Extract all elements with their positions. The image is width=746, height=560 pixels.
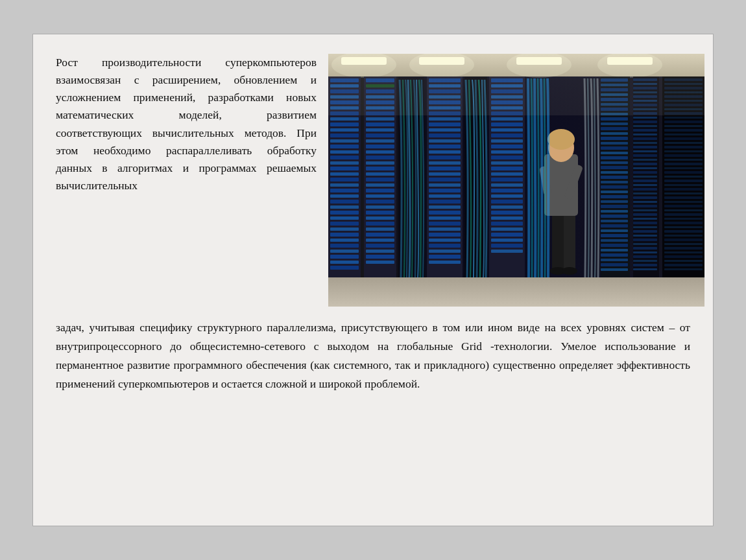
svg-rect-285: [664, 226, 703, 228]
svg-rect-172: [601, 127, 628, 130]
svg-rect-293: [664, 260, 703, 262]
svg-rect-294: [664, 264, 703, 266]
svg-rect-290: [664, 247, 703, 250]
svg-rect-44: [330, 261, 359, 264]
svg-rect-98: [429, 161, 461, 165]
svg-rect-278: [664, 196, 703, 199]
svg-rect-236: [633, 218, 657, 220]
svg-rect-235: [633, 213, 657, 216]
svg-rect-23: [330, 145, 359, 148]
svg-rect-276: [664, 188, 703, 191]
svg-rect-184: [601, 185, 628, 189]
svg-rect-181: [601, 171, 628, 174]
svg-rect-109: [429, 222, 461, 226]
svg-rect-104: [429, 194, 461, 198]
svg-rect-216: [633, 134, 657, 135]
svg-rect-74: [366, 228, 394, 231]
svg-rect-115: [429, 255, 461, 259]
svg-rect-241: [633, 239, 657, 241]
svg-rect-111: [429, 233, 461, 237]
svg-rect-91: [429, 122, 461, 126]
svg-rect-284: [664, 222, 703, 224]
svg-rect-175: [601, 142, 628, 145]
svg-rect-94: [429, 139, 461, 143]
svg-rect-174: [601, 137, 628, 140]
svg-rect-177: [601, 152, 628, 154]
svg-rect-68: [366, 194, 394, 198]
svg-rect-18: [330, 117, 359, 121]
svg-rect-76: [366, 239, 394, 242]
svg-rect-191: [601, 220, 628, 222]
svg-rect-61: [366, 156, 394, 159]
svg-rect-183: [601, 181, 628, 183]
svg-rect-279: [664, 201, 703, 203]
svg-rect-160: [328, 277, 704, 307]
svg-rect-244: [633, 251, 657, 253]
svg-rect-280: [664, 205, 703, 207]
svg-rect-32: [330, 194, 359, 198]
svg-rect-246: [633, 260, 657, 262]
svg-rect-67: [366, 189, 394, 192]
svg-rect-186: [601, 195, 628, 198]
svg-rect-234: [633, 209, 657, 211]
svg-rect-21: [330, 134, 359, 137]
svg-rect-227: [633, 180, 657, 182]
svg-rect-247: [633, 264, 657, 266]
svg-rect-239: [633, 230, 657, 233]
svg-rect-188: [601, 205, 628, 208]
svg-rect-296: [328, 76, 704, 115]
svg-rect-289: [664, 243, 703, 245]
svg-rect-138: [491, 183, 523, 187]
bottom-paragraph: задач, учитывая специфику структурного п…: [56, 318, 690, 393]
svg-rect-56: [366, 128, 394, 132]
svg-rect-19: [330, 122, 359, 126]
svg-rect-200: [601, 263, 628, 266]
svg-rect-27: [330, 167, 359, 170]
svg-rect-103: [429, 189, 461, 192]
svg-rect-214: [633, 125, 657, 127]
svg-rect-36: [330, 216, 359, 220]
svg-rect-242: [633, 243, 657, 245]
svg-rect-213: [633, 121, 657, 123]
svg-rect-149: [491, 244, 523, 248]
svg-rect-73: [366, 222, 394, 226]
svg-rect-58: [366, 139, 394, 143]
svg-rect-126: [491, 117, 523, 121]
svg-rect-259: [664, 117, 703, 119]
svg-rect-143: [491, 211, 523, 215]
svg-rect-69: [366, 200, 394, 204]
svg-rect-139: [491, 189, 523, 192]
svg-rect-43: [330, 255, 359, 259]
svg-rect-100: [429, 172, 461, 176]
svg-rect-72: [366, 216, 394, 220]
svg-rect-262: [664, 129, 703, 132]
svg-rect-79: [366, 255, 394, 259]
svg-rect-270: [664, 163, 703, 165]
image-container: [328, 54, 704, 307]
svg-rect-212: [633, 117, 657, 119]
svg-rect-182: [601, 176, 628, 179]
svg-rect-190: [601, 215, 628, 218]
svg-rect-40: [330, 239, 359, 242]
svg-rect-281: [664, 209, 703, 211]
svg-rect-283: [664, 218, 703, 220]
svg-rect-90: [429, 117, 461, 121]
svg-rect-24: [330, 150, 359, 154]
svg-rect-30: [330, 183, 359, 187]
top-paragraph: Рост производительности суперкомпьютеров…: [56, 54, 328, 307]
svg-rect-33: [330, 200, 359, 204]
svg-rect-245: [633, 255, 657, 258]
svg-rect-189: [601, 210, 628, 213]
svg-rect-132: [491, 150, 523, 154]
svg-rect-224: [633, 167, 657, 169]
svg-rect-134: [491, 161, 523, 165]
svg-rect-173: [601, 132, 628, 135]
svg-rect-55: [366, 122, 394, 126]
svg-rect-265: [664, 142, 703, 144]
svg-rect-222: [633, 159, 657, 161]
svg-rect-148: [491, 239, 523, 242]
svg-rect-133: [491, 156, 523, 159]
svg-rect-192: [601, 224, 628, 228]
svg-rect-266: [664, 146, 703, 148]
svg-rect-135: [491, 167, 523, 170]
